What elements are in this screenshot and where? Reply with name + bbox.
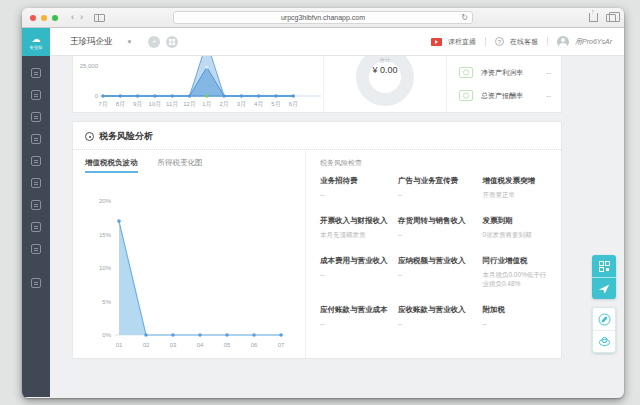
- printer-icon[interactable]: [31, 200, 41, 210]
- sidebar-toggle-icon[interactable]: [94, 14, 105, 22]
- svg-text:11月: 11月: [166, 101, 178, 108]
- risk-item[interactable]: 业务招待费--: [320, 176, 390, 200]
- svg-text:5月: 5月: [271, 101, 280, 108]
- course-live-link[interactable]: 课程直播: [448, 37, 476, 47]
- risk-item[interactable]: 开票收入与财报收入本月无顶额发票: [320, 216, 390, 240]
- risk-item-title: 应纳税额与营业收入: [398, 256, 475, 266]
- add-company-button[interactable]: +: [148, 36, 160, 48]
- report-chart-icon[interactable]: [31, 112, 41, 122]
- risk-section-icon: [85, 132, 94, 141]
- avatar[interactable]: [557, 36, 569, 48]
- risk-item[interactable]: 存货周转与销售收入--: [398, 216, 475, 240]
- training-icon[interactable]: [31, 278, 41, 288]
- svg-text:12月: 12月: [183, 101, 196, 108]
- tab-vat-burden[interactable]: 增值税税负波动: [85, 158, 138, 173]
- username-label[interactable]: 用Pro6YsAr: [575, 37, 612, 47]
- risk-item-sub: --: [398, 319, 475, 329]
- svg-text:6月: 6月: [289, 101, 298, 108]
- svg-text:05: 05: [224, 342, 231, 348]
- document-icon[interactable]: [31, 222, 41, 232]
- svg-text:03: 03: [170, 342, 177, 348]
- svg-text:25,000: 25,000: [80, 63, 99, 69]
- browser-window: ‹ › urpcg3hibfvn.chanapp.com ↻ ☁ 专业版 王珍玛…: [22, 8, 624, 398]
- risk-item[interactable]: 附加税--: [482, 305, 549, 329]
- cloud-logo-icon: ☁: [32, 35, 41, 44]
- show-tabs-icon[interactable]: [606, 14, 616, 22]
- online-support-link[interactable]: 在线客服: [510, 37, 538, 47]
- risk-item[interactable]: 应收账款与营业收入--: [398, 305, 475, 329]
- service-robot-button[interactable]: [593, 330, 615, 352]
- svg-text:04: 04: [197, 342, 204, 348]
- risk-chart-pane: 增值税税负波动所得税变化图 20%15%10%5%0%0102030405060…: [73, 150, 305, 358]
- divider: [485, 37, 486, 46]
- svg-text:10月: 10月: [149, 101, 162, 108]
- invoice-icon[interactable]: [31, 90, 41, 100]
- feedback-button[interactable]: [592, 277, 616, 299]
- reload-icon[interactable]: ↻: [461, 13, 468, 22]
- total-asset-return-rate-icon: [459, 89, 475, 103]
- risk-check-grid: 业务招待费--广告与业务宣传费--增值税发票突增开票量正常开票收入与财报收入本月…: [320, 176, 549, 329]
- risk-item[interactable]: 应纳税额与营业收入--: [398, 256, 475, 290]
- metric-row[interactable]: 净资产利润率--: [459, 66, 551, 80]
- zoom-window-button[interactable]: [52, 15, 58, 21]
- settings-icon[interactable]: [31, 244, 41, 254]
- close-window-button[interactable]: [30, 15, 36, 21]
- risk-item[interactable]: 增值税发票突增开票量正常: [482, 176, 549, 200]
- risk-item[interactable]: 发票到期0张发票将要到期: [482, 216, 549, 240]
- metrics-list: 净资产利润率--总资产报酬率--: [447, 56, 561, 112]
- help-icon[interactable]: ?: [495, 37, 504, 46]
- risk-item[interactable]: 广告与业务宣传费--: [398, 176, 475, 200]
- browser-toolbar: ‹ › urpcg3hibfvn.chanapp.com ↻: [22, 8, 624, 28]
- risk-item-title: 应收账款与营业收入: [398, 305, 475, 315]
- risk-item-sub: 本月税负0.00%低于行业税负0.48%: [482, 270, 549, 290]
- risk-item[interactable]: 应付账款与营业成本--: [320, 305, 390, 329]
- svg-text:06: 06: [251, 342, 258, 348]
- company-selector[interactable]: 王珍玛企业: [70, 36, 113, 48]
- svg-text:01: 01: [116, 342, 123, 348]
- tax-bureau-icon[interactable]: [31, 178, 41, 188]
- apps-grid-button[interactable]: [166, 36, 178, 48]
- forward-icon[interactable]: ›: [77, 13, 86, 22]
- live-video-icon[interactable]: [431, 38, 442, 46]
- metric-label: 总资产报酬率: [481, 91, 523, 101]
- risk-item-sub: --: [482, 319, 549, 329]
- svg-text:8月: 8月: [116, 101, 125, 108]
- qr-code-button[interactable]: [592, 255, 616, 277]
- app-logo[interactable]: ☁ 专业版: [22, 28, 50, 56]
- risk-item-title: 发票到期: [482, 216, 549, 226]
- minimize-window-button[interactable]: [41, 15, 47, 21]
- phone-support-button[interactable]: [593, 308, 615, 330]
- chevron-down-icon[interactable]: ▼: [127, 39, 133, 45]
- risk-item-title: 开票收入与财报收入: [320, 216, 390, 226]
- calendar-icon[interactable]: [31, 156, 41, 166]
- risk-item-title: 同行业增值税: [482, 256, 549, 266]
- tab-income-tax[interactable]: 所得税变化图: [158, 158, 203, 173]
- donut-total-value: ¥ 0.00: [324, 65, 446, 75]
- risk-item-sub: 0张发票将要到期: [482, 230, 549, 240]
- risk-item[interactable]: 同行业增值税本月税负0.00%低于行业税负0.48%: [482, 256, 549, 290]
- metric-row[interactable]: 总资产报酬率--: [459, 89, 551, 103]
- risk-check-pane: 税务风险检查 业务招待费--广告与业务宣传费--增值税发票突增开票量正常开票收入…: [305, 150, 561, 358]
- share-icon[interactable]: [589, 13, 598, 22]
- risk-item[interactable]: 成本费用与营业收入--: [320, 256, 390, 290]
- metric-value: --: [546, 92, 551, 99]
- svg-text:1月: 1月: [202, 101, 211, 108]
- cloud-service-icon: [598, 335, 611, 348]
- divider: [547, 37, 548, 46]
- back-icon[interactable]: ‹: [68, 13, 77, 22]
- dashboard-icon[interactable]: [31, 68, 41, 78]
- logo-edition-label: 专业版: [29, 45, 43, 50]
- risk-item-title: 广告与业务宣传费: [398, 176, 475, 186]
- risk-item-sub: --: [320, 270, 390, 280]
- svg-text:4月: 4月: [254, 101, 263, 108]
- url-text: urpcg3hibfvn.chanapp.com: [281, 14, 365, 21]
- risk-item-title: 成本费用与营业收入: [320, 256, 390, 266]
- briefcase-icon[interactable]: [31, 134, 41, 144]
- risk-item-title: 附加税: [482, 305, 549, 315]
- address-bar[interactable]: urpcg3hibfvn.chanapp.com ↻: [173, 11, 473, 24]
- risk-item-title: 存货周转与销售收入: [398, 216, 475, 226]
- risk-item-title: 增值税发票突增: [482, 176, 549, 186]
- floating-actions: [592, 255, 616, 353]
- risk-item-sub: --: [398, 190, 475, 200]
- svg-text:0: 0: [95, 93, 99, 99]
